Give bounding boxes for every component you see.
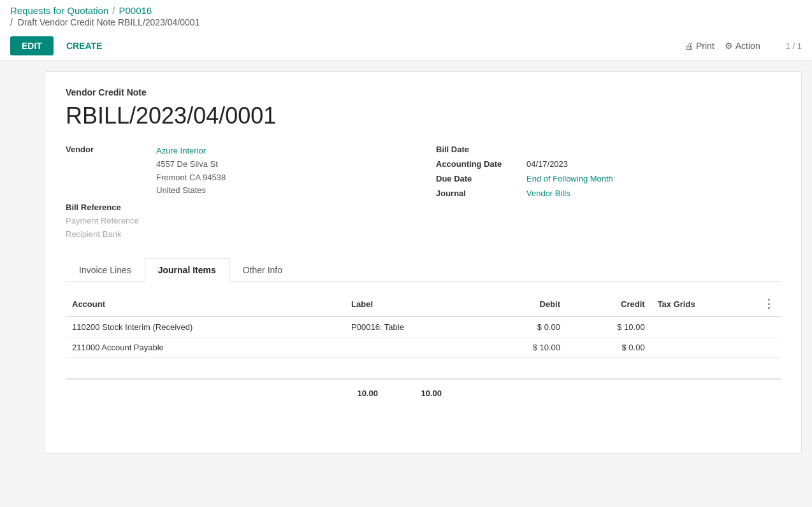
bill-date-row: Bill Date (436, 145, 781, 154)
breadcrumb-rfq-link[interactable]: Requests for Quotation (10, 5, 108, 16)
tab-journal-items[interactable]: Journal Items (145, 258, 229, 282)
row2-debit: $ 10.00 (482, 338, 567, 358)
total-credit: 10.00 (384, 386, 448, 401)
tab-invoice-lines[interactable]: Invoice Lines (66, 258, 145, 282)
create-button[interactable]: CREATE (59, 36, 110, 55)
row1-label: P00016: Table (345, 317, 482, 338)
toolbar-actions: Print Action 1 / 1 (685, 41, 802, 51)
journal-row: Journal Vendor Bills (436, 189, 781, 198)
vendor-address-line3: United States (156, 184, 226, 197)
print-icon (685, 41, 693, 51)
due-date-value[interactable]: End of Following Month (526, 174, 613, 183)
payment-reference-placeholder[interactable]: Payment Reference (66, 216, 139, 225)
pagination: 1 / 1 (786, 41, 802, 51)
totals-row: 10.00 10.00 (66, 378, 781, 401)
row2-options (757, 338, 781, 358)
accounting-date-value: 04/17/2023 (526, 159, 568, 169)
accounting-date-row: Accounting Date 04/17/2023 (436, 159, 781, 169)
table-row: 110200 Stock Interim (Received) P00016: … (66, 317, 781, 338)
journal-label: Journal (436, 189, 519, 198)
edit-button[interactable]: EDIT (10, 36, 54, 55)
left-fields: Vendor Azure Interior 4557 De Silva St F… (66, 145, 410, 243)
due-date-row: Due Date End of Following Month (436, 174, 781, 183)
table-header-row: Account Label Debit Credit Tax Grids (66, 292, 781, 317)
dots-icon (763, 300, 774, 310)
bill-date-label: Bill Date (436, 145, 519, 154)
col-label: Label (345, 292, 482, 317)
totals-spacer1 (66, 386, 257, 401)
action-button[interactable]: Action (725, 41, 760, 51)
col-options[interactable] (757, 292, 781, 317)
breadcrumb-po-link[interactable]: P00016 (119, 5, 152, 16)
journal-value[interactable]: Vendor Bills (526, 189, 570, 198)
tabs-bar: Invoice Lines Journal Items Other Info (66, 258, 781, 282)
col-debit: Debit (482, 292, 567, 317)
recipient-bank-placeholder[interactable]: Recipient Bank (66, 229, 121, 239)
gear-icon (725, 41, 733, 51)
accounting-date-label: Accounting Date (436, 159, 519, 169)
row2-credit: $ 0.00 (567, 338, 651, 358)
journal-table: Account Label Debit Credit Tax Grids 110… (66, 292, 781, 358)
recipient-bank-row: Recipient Bank (66, 229, 410, 239)
right-fields: Bill Date Accounting Date 04/17/2023 Due… (436, 145, 781, 243)
due-date-label: Due Date (436, 174, 519, 183)
vendor-address-line1: 4557 De Silva St (156, 158, 226, 171)
row1-tax-grids (651, 317, 757, 338)
tab-other-info[interactable]: Other Info (229, 258, 296, 282)
col-account: Account (66, 292, 345, 317)
extra-fields: Bill Reference Payment Reference Recipie… (66, 203, 410, 239)
col-tax-grids: Tax Grids (651, 292, 757, 317)
table-row: 211000 Account Payable $ 10.00 $ 0.00 (66, 338, 781, 358)
totals-spacer3 (448, 386, 467, 401)
vendor-field-row: Vendor Azure Interior 4557 De Silva St F… (66, 145, 410, 197)
payment-reference-row: Payment Reference (66, 216, 410, 225)
fields-section: Vendor Azure Interior 4557 De Silva St F… (66, 145, 781, 243)
total-debit: 10.00 (321, 386, 384, 401)
vendor-label: Vendor (66, 145, 149, 154)
action-label: Action (736, 41, 760, 51)
toolbar: EDIT CREATE Print Action 1 / 1 (10, 31, 802, 61)
breadcrumb-sep1: / (112, 5, 115, 16)
row2-label (345, 338, 482, 358)
vendor-address-line2: Fremont CA 94538 (156, 171, 226, 185)
row1-credit: $ 10.00 (567, 317, 651, 338)
row2-tax-grids (651, 338, 757, 358)
row1-account: 110200 Stock Interim (Received) (66, 317, 345, 338)
breadcrumb: Requests for Quotation / P00016 (10, 0, 802, 17)
vendor-address: Azure Interior 4557 De Silva St Fremont … (156, 145, 226, 197)
document-type-label: Vendor Credit Note (66, 87, 781, 97)
print-button[interactable]: Print (685, 41, 714, 51)
breadcrumb-sub: / Draft Vendor Credit Note RBILL/2023/04… (10, 17, 802, 31)
bill-reference-row: Bill Reference (66, 203, 410, 212)
vendor-name[interactable]: Azure Interior (156, 145, 226, 158)
totals-inner: 10.00 10.00 (66, 386, 774, 401)
breadcrumb-sep2: / (10, 17, 13, 27)
row1-options (757, 317, 781, 338)
row2-account: 211000 Account Payable (66, 338, 345, 358)
row1-debit: $ 0.00 (482, 317, 567, 338)
totals-spacer2 (257, 386, 321, 401)
col-credit: Credit (567, 292, 651, 317)
breadcrumb-draft-label: Draft Vendor Credit Note RBILL/2023/04/0… (18, 17, 200, 27)
print-label: Print (696, 41, 714, 51)
content-area: Vendor Credit Note RBILL/2023/04/0001 Ve… (45, 71, 802, 453)
top-bar: Requests for Quotation / P00016 / Draft … (0, 0, 812, 61)
bill-reference-label: Bill Reference (66, 203, 155, 212)
document-number: RBILL/2023/04/0001 (66, 103, 781, 129)
